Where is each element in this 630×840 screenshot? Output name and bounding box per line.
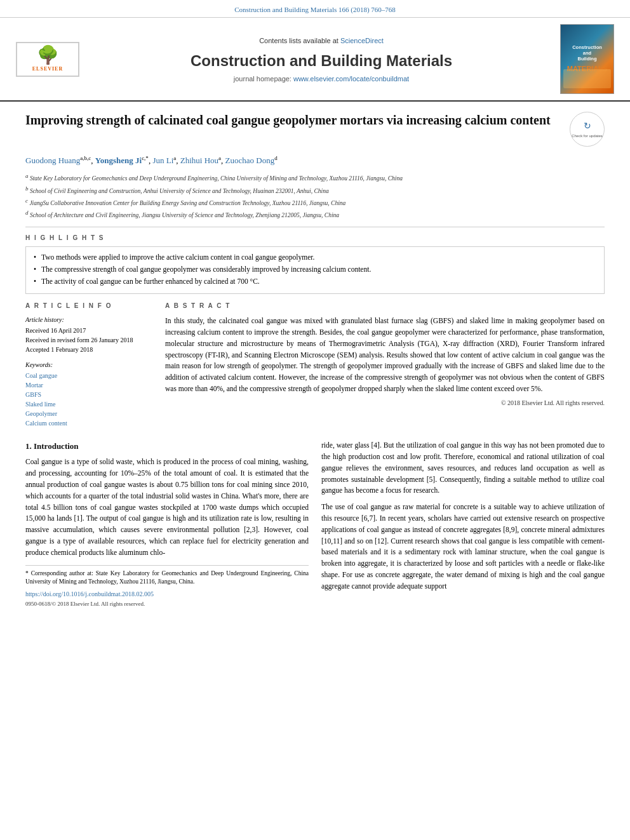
- body-columns: 1. Introduction Coal gangue is a type of…: [25, 440, 605, 608]
- author-zuochao-dong: Zuochao Dong: [225, 156, 275, 166]
- keyword-geopolymer: Geopolymer: [25, 410, 152, 418]
- author-yongsheng-sup: c,*: [142, 155, 149, 161]
- affiliation-b: b School of Civil Engineering and Constr…: [25, 185, 605, 196]
- history-accepted: Accepted 1 February 2018: [25, 345, 152, 354]
- keyword-coal-gangue: Coal gangue: [25, 371, 152, 380]
- highlight-item-3: The activity of coal gangue can be furth…: [34, 276, 596, 286]
- article-history: Article history: Received 16 April 2017 …: [25, 316, 152, 354]
- author-zhihui-hou: Zhihui Hou: [180, 156, 218, 166]
- journal-header: 🌳 ELSEVIER Contents lists available at S…: [0, 18, 630, 102]
- homepage-url[interactable]: www.elsevier.com/locate/conbuildmat: [293, 75, 409, 83]
- keyword-gbfs: GBFS: [25, 390, 152, 399]
- article-info-column: A R T I C L E I N F O Article history: R…: [25, 302, 152, 429]
- intro-paragraph-2: ride, water glass [4]. But the utilizati…: [321, 440, 605, 497]
- highlights-section: H I G H L I G H T S Two methods were app…: [25, 234, 605, 294]
- abstract-text: In this study, the calcinated coal gangu…: [165, 316, 605, 395]
- divider-after-affiliations: [25, 227, 605, 227]
- history-revised: Received in revised form 26 January 2018: [25, 336, 152, 345]
- main-body: 1. Introduction Coal gangue is a type of…: [25, 440, 605, 608]
- affiliation-d: d School of Architecture and Civil Engin…: [25, 209, 605, 220]
- journal-cover-section: Construction and Building MATERIALS: [560, 24, 617, 94]
- history-received: Received 16 April 2017: [25, 326, 152, 335]
- footnote-section: * Corresponding author at: State Key Lab…: [25, 565, 309, 608]
- journal-cover-image: Construction and Building MATERIALS: [560, 24, 614, 94]
- cover-title1: Construction and Building: [572, 44, 602, 62]
- keywords-label: Keywords:: [25, 361, 152, 370]
- body-col-right: ride, water glass [4]. But the utilizati…: [321, 440, 605, 608]
- elsevier-logo-box: 🌳 ELSEVIER: [16, 42, 79, 77]
- elsevier-logo: 🌳 ELSEVIER: [13, 42, 83, 77]
- check-updates-icon: ↻: [584, 120, 591, 133]
- history-label: Article history:: [25, 316, 152, 324]
- elsevier-wordmark: ELSEVIER: [32, 65, 63, 72]
- intro-paragraph-1: Coal gangue is a type of solid waste, wh…: [25, 457, 309, 558]
- author-zhihuihou-sup: a: [218, 155, 221, 161]
- article-info-label: A R T I C L E I N F O: [25, 302, 152, 310]
- author-zuochaodong-sup: d: [274, 155, 278, 161]
- journal-title-main: Construction and Building Materials: [95, 50, 547, 72]
- affiliations: a State Key Laboratory for Geomechanics …: [25, 172, 605, 220]
- keyword-mortar: Mortar: [25, 381, 152, 390]
- check-updates-label: Check for updates: [572, 133, 603, 138]
- journal-homepage: journal homepage: www.elsevier.com/locat…: [95, 74, 547, 84]
- intro-title: Introduction: [34, 441, 79, 451]
- elsevier-tree-icon: 🌳: [37, 46, 59, 64]
- check-updates-badge[interactable]: ↻ Check for updates: [570, 112, 605, 147]
- keyword-slaked-lime: Slaked lime: [25, 400, 152, 409]
- author-guodong-huang: Guodong Huang: [25, 156, 80, 166]
- abstract-label: A B S T R A C T: [165, 302, 605, 310]
- keywords-section: Keywords: Coal gangue Mortar GBFS Slaked…: [25, 361, 152, 428]
- contents-list-line: Contents lists available at ScienceDirec…: [95, 35, 547, 46]
- intro-number: 1.: [25, 441, 34, 451]
- body-col-left: 1. Introduction Coal gangue is a type of…: [25, 440, 309, 608]
- sciencedirect-link[interactable]: ScienceDirect: [340, 37, 384, 44]
- citation-bar: Construction and Building Materials 166 …: [0, 0, 630, 18]
- page: Construction and Building Materials 166 …: [0, 0, 630, 840]
- author-junli-sup: a: [173, 155, 176, 161]
- authors-line: Guodong Huanga,b,c, Yongsheng Jic,*, Jun…: [25, 154, 605, 167]
- contents-list-text: Contents lists available at: [259, 37, 340, 44]
- corresponding-footnote: * Corresponding author at: State Key Lab…: [25, 570, 309, 587]
- issn-line: 0950-0618/© 2018 Elsevier Ltd. All right…: [25, 600, 309, 608]
- abstract-column: A B S T R A C T In this study, the calci…: [165, 302, 605, 429]
- homepage-label: journal homepage:: [234, 75, 293, 83]
- highlight-item-1: Two methods were applied to improve the …: [34, 252, 596, 262]
- doi-link[interactable]: https://doi.org/10.1016/j.conbuildmat.20…: [25, 590, 309, 599]
- author-jun-li: Jun Li: [152, 156, 173, 166]
- citation-text: Construction and Building Materials 166 …: [234, 6, 396, 13]
- affiliation-a: a State Key Laboratory for Geomechanics …: [25, 172, 605, 183]
- highlight-item-2: The compressive strength of coal gangue …: [34, 264, 596, 274]
- article-content: Improving strength of calcinated coal ga…: [0, 102, 630, 618]
- highlights-label: H I G H L I G H T S: [25, 234, 605, 243]
- keyword-calcium-content: Calcium content: [25, 419, 152, 428]
- article-info-abstract-section: A R T I C L E I N F O Article history: R…: [25, 302, 605, 429]
- author-guodong-sup: a,b,c: [80, 155, 91, 161]
- article-title-section: Improving strength of calcinated coal ga…: [25, 112, 605, 147]
- journal-title-section: Contents lists available at ScienceDirec…: [83, 35, 560, 84]
- article-title: Improving strength of calcinated coal ga…: [25, 112, 557, 128]
- copyright-line: © 2018 Elsevier Ltd. All rights reserved…: [165, 399, 605, 408]
- intro-paragraph-3: The use of coal gangue as raw material f…: [321, 502, 605, 592]
- author-yongsheng-ji: Yongsheng Ji: [95, 156, 142, 166]
- intro-heading: 1. Introduction: [25, 440, 309, 453]
- highlights-box: Two methods were applied to improve the …: [25, 246, 605, 294]
- elsevier-logo-section: 🌳 ELSEVIER: [13, 42, 83, 77]
- affiliation-c: c JiangSu Collaborative Innovation Cente…: [25, 197, 605, 208]
